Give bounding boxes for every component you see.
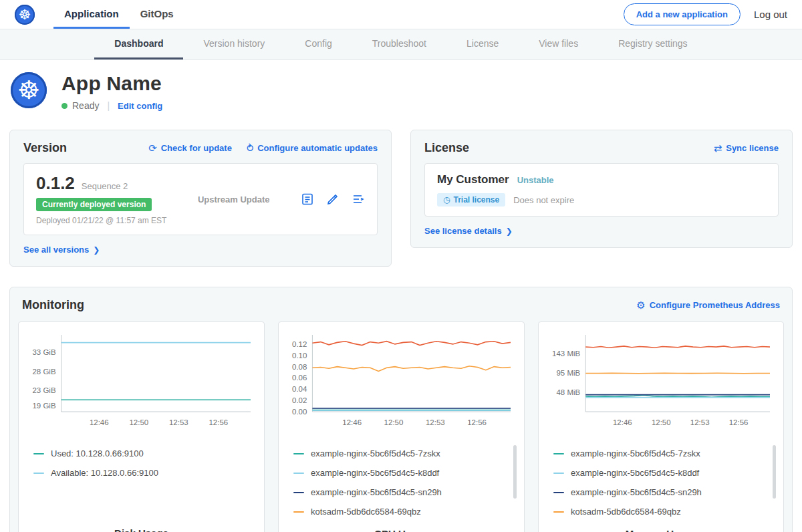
see-all-versions-link[interactable]: See all versions ❯ (23, 245, 100, 255)
version-card-title: Version (23, 141, 67, 155)
svg-text:12:56: 12:56 (729, 418, 749, 426)
legend-item: example-nginx-5bc6f5d4c5-sn29h (553, 483, 775, 502)
see-license-details-link[interactable]: See license details ❯ (424, 226, 513, 236)
legend-swatch (33, 453, 44, 454)
svg-text:0.02: 0.02 (292, 396, 307, 404)
see-all-versions-label: See all versions (23, 245, 89, 255)
legend-item: example-nginx-5bc6f5d4c5-sn29h (293, 483, 516, 502)
refresh-icon: ⟳ (148, 142, 157, 154)
legend-swatch (553, 473, 564, 474)
legend-label: example-nginx-5bc6f5d4c5-k8ddf (571, 468, 699, 478)
subnav-item-troubleshoot[interactable]: Troubleshoot (352, 29, 446, 59)
sync-license-label: Sync license (726, 143, 779, 153)
legend-label: Available: 10.128.0.66:9100 (51, 468, 158, 478)
svg-text:95 MiB: 95 MiB (556, 369, 580, 377)
kubernetes-logo-icon: ☸ (15, 5, 35, 25)
sync-license-link[interactable]: ⇄ Sync license (714, 142, 779, 154)
trial-license-badge: ◷ Trial license (437, 193, 505, 207)
legend-swatch (553, 511, 564, 513)
customer-name: My Customer (437, 173, 509, 186)
legend-swatch (293, 492, 304, 493)
legend-swatch (553, 453, 564, 454)
configure-prometheus-label: Configure Prometheus Address (650, 300, 780, 310)
chart-title: Disk Usage (24, 521, 259, 532)
license-card: License ⇄ Sync license My Customer Unsta… (410, 130, 793, 248)
edit-config-link[interactable]: Edit config (118, 101, 162, 111)
legend-scrollbar[interactable] (773, 445, 776, 499)
cards-row: Version ⟳ Check for update ⥁ Configure a… (0, 120, 802, 267)
page-title: App Name (61, 72, 162, 95)
top-navbar: ☸ Application GitOps Add a new applicati… (0, 0, 802, 29)
chart-title: CPU Usage (284, 521, 519, 532)
svg-text:12:46: 12:46 (90, 418, 109, 426)
subnav-item-config[interactable]: Config (285, 29, 352, 59)
svg-text:33 GiB: 33 GiB (32, 348, 55, 356)
sync-icon: ⇄ (714, 142, 722, 154)
configure-automatic-updates-label: Configure automatic updates (257, 143, 378, 153)
legend-label: example-nginx-5bc6f5d4c5-7zskx (311, 448, 440, 458)
channel-label: Unstable (517, 175, 554, 185)
sequence-label: Sequence 2 (82, 181, 128, 191)
legend-item: example-nginx-5bc6f5d4c5-k8ddf (553, 463, 775, 483)
deploy-logs-icon[interactable] (352, 192, 365, 206)
legend-swatch (553, 492, 564, 493)
svg-text:23 GiB: 23 GiB (32, 386, 55, 394)
add-new-application-button[interactable]: Add a new application (624, 3, 741, 25)
legend-item: example-nginx-5bc6f5d4c5-7zskx (293, 444, 516, 463)
disk-usage-chart-card: 33 GiB28 GiB23 GiB19 GiB12:4612:5012:531… (18, 321, 265, 532)
svg-text:12:56: 12:56 (467, 418, 487, 426)
version-card: Version ⟳ Check for update ⥁ Configure a… (9, 130, 392, 267)
disk-usage-chart-canvas: 33 GiB28 GiB23 GiB19 GiB12:4612:5012:531… (24, 331, 259, 438)
legend-label: example-nginx-5bc6f5d4c5-sn29h (571, 487, 702, 497)
configure-prometheus-link[interactable]: ⚙ Configure Prometheus Address (636, 299, 780, 311)
top-nav-tabs: Application GitOps (53, 0, 184, 29)
subnav-item-license[interactable]: License (446, 29, 519, 59)
upstream-update-label: Upstream Update (198, 194, 270, 205)
tab-application[interactable]: Application (53, 0, 130, 29)
status-dot (61, 103, 68, 109)
memory-usage-legend: example-nginx-5bc6f5d4c5-7zskxexample-ng… (544, 442, 778, 521)
svg-text:12:53: 12:53 (169, 418, 188, 426)
logout-button[interactable]: Log out (754, 9, 787, 20)
series-line (585, 395, 770, 397)
clock-icon: ◷ (443, 195, 450, 205)
cpu-usage-chart-card: 0.120.100.080.060.040.020.0012:4612:5012… (278, 321, 525, 532)
app-header: ☸ App Name Ready | Edit config (0, 60, 802, 120)
disk-usage-legend: Used: 10.128.0.66:9100Available: 10.128.… (24, 442, 259, 483)
svg-text:12:50: 12:50 (384, 418, 404, 426)
svg-text:12:50: 12:50 (129, 418, 148, 426)
series-line (585, 373, 770, 374)
svg-text:12:56: 12:56 (209, 418, 228, 426)
configure-automatic-updates-link[interactable]: ⥁ Configure automatic updates (247, 142, 378, 154)
legend-label: example-nginx-5bc6f5d4c5-k8ddf (311, 468, 439, 478)
legend-swatch (293, 453, 304, 454)
cpu-usage-legend: example-nginx-5bc6f5d4c5-7zskxexample-ng… (284, 442, 519, 521)
license-card-title: License (424, 141, 469, 155)
status-separator: | (107, 100, 110, 111)
subnav-item-registry-settings[interactable]: Registry settings (598, 29, 707, 59)
gear-icon: ⚙ (636, 299, 645, 311)
memory-usage-chart-card: 143 MiB95 MiB48 MiB12:4612:5012:5312:56 … (538, 321, 784, 532)
clock-refresh-icon: ⥁ (247, 142, 253, 154)
monitoring-title: Monitoring (22, 298, 84, 312)
subnav-item-dashboard[interactable]: Dashboard (94, 29, 183, 59)
app-subnav: Dashboard Version history Config Trouble… (0, 29, 802, 60)
legend-scrollbar[interactable] (513, 445, 517, 499)
monitoring-card: Monitoring ⚙ Configure Prometheus Addres… (9, 287, 793, 532)
legend-label: example-nginx-5bc6f5d4c5-sn29h (311, 487, 442, 497)
svg-text:0.04: 0.04 (292, 385, 307, 393)
svg-text:0.10: 0.10 (292, 352, 307, 360)
subnav-item-view-files[interactable]: View files (519, 29, 598, 59)
svg-text:0.00: 0.00 (292, 408, 307, 416)
check-for-update-link[interactable]: ⟳ Check for update (148, 142, 232, 154)
release-notes-icon[interactable] (301, 192, 314, 206)
current-version-panel: 0.1.2 Sequence 2 Currently deployed vers… (23, 163, 378, 235)
currently-deployed-badge: Currently deployed version (36, 198, 152, 211)
series-line (585, 346, 770, 348)
edit-config-icon[interactable] (326, 192, 340, 206)
cpu-usage-chart-canvas: 0.120.100.080.060.040.020.0012:4612:5012… (284, 331, 519, 438)
subnav-item-version-history[interactable]: Version history (183, 29, 285, 59)
legend-swatch (33, 473, 44, 474)
legend-swatch (293, 511, 304, 513)
tab-gitops[interactable]: GitOps (130, 0, 184, 29)
